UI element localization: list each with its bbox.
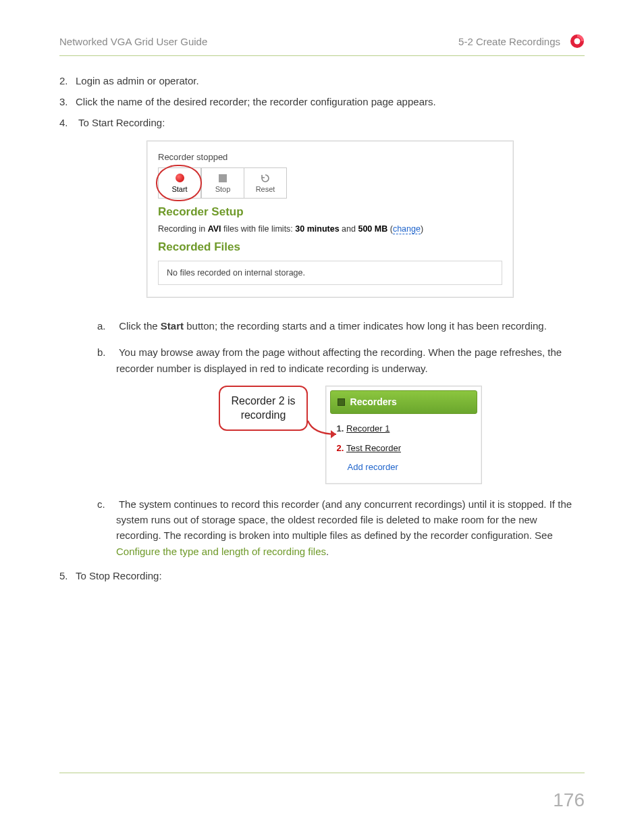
test-recorder-link[interactable]: Test Recorder — [346, 443, 401, 453]
stop-icon — [218, 174, 227, 183]
recorders-item-2[interactable]: 2. Test Recorder — [337, 439, 476, 458]
substep-a: Click the Start button; the recording st… — [116, 318, 585, 334]
step-4-text: To Start Recording: — [78, 117, 165, 128]
configure-link[interactable]: Configure the type and length of recordi… — [116, 546, 326, 557]
recorder-setup-line: Recording in AVI files with file limits:… — [158, 224, 502, 234]
step-5: To Stop Recording: — [76, 570, 585, 581]
recorded-files-box: No files recorded on internal storage. — [158, 261, 502, 285]
setup-paren-close: ) — [421, 224, 423, 234]
footer-rule — [59, 773, 585, 773]
recorders-item-1[interactable]: 1. Recorder 1 — [337, 419, 476, 438]
item2-number: 2. — [337, 443, 346, 453]
reset-button[interactable]: Reset — [244, 167, 287, 199]
start-bold: Start — [161, 320, 184, 332]
screenshot-recorder-panel: Recorder stopped Start Stop — [146, 140, 514, 298]
text: Click the — [119, 320, 161, 332]
substep-list: Click the Start button; the recording st… — [76, 318, 585, 559]
record-icon — [175, 174, 184, 183]
start-button[interactable]: Start — [158, 167, 201, 199]
callout-box: Recorder 2 is recording — [219, 386, 307, 431]
section-title-group: 5-2 Create Recordings — [458, 34, 585, 49]
stop-square-icon — [338, 398, 345, 406]
recorder-status: Recorder stopped — [158, 152, 502, 162]
screenshot-recorders-list: Recorder 2 is recording Recorders — [219, 386, 481, 484]
recorders-head-label: Recorders — [350, 395, 397, 410]
stop-button[interactable]: Stop — [201, 167, 244, 199]
start-button-label: Start — [171, 185, 187, 193]
step-3: Click the name of the desired recorder; … — [76, 96, 585, 107]
substep-b: You may browse away from the page withou… — [116, 344, 585, 484]
step-list: Login as admin or operator. Click the na… — [59, 75, 585, 581]
change-link[interactable]: change — [393, 224, 421, 234]
substep-c: The system continues to record this reco… — [116, 496, 585, 559]
callout-line1: Recorder 2 is — [231, 394, 295, 409]
reset-icon — [261, 174, 270, 183]
section-title: 5-2 Create Recordings — [458, 36, 560, 47]
stop-button-label: Stop — [215, 185, 231, 193]
setup-format: AVI — [208, 224, 221, 234]
setup-text3: and — [340, 224, 358, 234]
text: The system continues to record this reco… — [116, 498, 572, 542]
callout-line2: recording — [231, 408, 295, 423]
recorders-panel-head[interactable]: Recorders — [330, 390, 477, 415]
add-recorder-item[interactable]: Add recorder — [337, 458, 476, 477]
setup-paren-open: ( — [387, 224, 393, 234]
recorder-1-link[interactable]: Recorder 1 — [346, 423, 390, 434]
setup-text: Recording in — [158, 224, 208, 234]
start-button-highlight: Start — [158, 167, 201, 199]
svg-point-1 — [574, 38, 581, 45]
text: button; the recording starts and a timer… — [184, 320, 547, 332]
setup-minutes: 30 minutes — [295, 224, 339, 234]
text: You may browse away from the page withou… — [116, 346, 562, 373]
setup-size: 500 MB — [358, 224, 387, 234]
step-4: To Start Recording: Recorder stopped Sta… — [76, 117, 585, 559]
page-number: 176 — [553, 789, 585, 811]
reset-button-label: Reset — [256, 185, 275, 193]
text: . — [326, 546, 329, 557]
doc-title: Networked VGA Grid User Guide — [59, 36, 207, 47]
recorder-setup-heading: Recorder Setup — [158, 205, 502, 219]
recorded-files-heading: Recorded Files — [158, 240, 502, 254]
step-2: Login as admin or operator. — [76, 75, 585, 86]
add-recorder-link[interactable]: Add recorder — [337, 462, 398, 472]
page-header: Networked VGA Grid User Guide 5-2 Create… — [59, 34, 585, 56]
item1-number: 1. — [337, 423, 346, 434]
setup-text2: files with file limits: — [221, 224, 296, 234]
recorders-panel: Recorders 1. Recorder 1 2. Test Recorder — [325, 386, 482, 484]
brand-logo-icon — [570, 34, 585, 49]
